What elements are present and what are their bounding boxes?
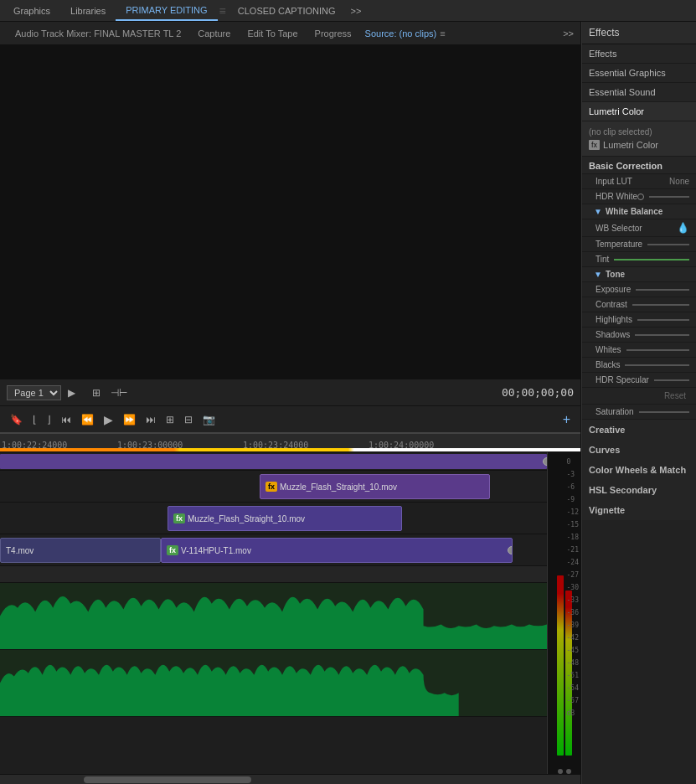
add-button[interactable]: + xyxy=(559,410,574,429)
clip-fx-muzzle-1[interactable]: fx Muzzle_Flash_Straight_10.mov xyxy=(260,474,490,499)
insert-marker-button[interactable]: ⊣⊢ xyxy=(107,385,131,400)
hdr-white-label: HDR White xyxy=(595,192,637,201)
vu-bar-left xyxy=(557,575,564,756)
step-back-button[interactable]: ⏪ xyxy=(78,412,97,427)
nav-graphics[interactable]: Graphics xyxy=(3,0,60,21)
clip-muzzle-2[interactable]: fx Muzzle_Flash_Straight_10.mov xyxy=(168,506,402,531)
page-selector[interactable]: Page 1 xyxy=(7,385,61,400)
basic-correction-header[interactable]: Basic Correction xyxy=(582,157,696,174)
audio-content-1[interactable] xyxy=(0,583,547,649)
nav-libraries[interactable]: Libraries xyxy=(60,0,116,21)
vu-mark-10: -30 xyxy=(567,581,579,594)
track-row-3: fx Muzzle_Flash_Straight_10.mov xyxy=(0,503,547,534)
subnav-capture[interactable]: Capture xyxy=(189,28,239,39)
timeline-scrollbar[interactable] xyxy=(0,774,580,784)
hdr-specular-label: HDR Specular xyxy=(595,375,649,384)
whites-row: Whites xyxy=(582,343,696,358)
wb-selector-row[interactable]: WB Selector 💧 xyxy=(582,219,696,237)
clip-v114[interactable]: fx V-114HPU-T1.mov xyxy=(161,538,513,563)
track-row-5 xyxy=(0,566,547,583)
clip-wide-purple[interactable] xyxy=(0,454,547,469)
vu-mark-4: -12 xyxy=(567,506,579,518)
tone-label: Tone xyxy=(606,270,625,279)
vu-scale: 0 -3 -6 -9 -12 -15 -18 -21 -24 -27 -30 -… xyxy=(567,456,579,720)
sub-nav: Audio Track Mixer: FINAL MASTER TL 2 Cap… xyxy=(0,22,580,45)
effects-btn[interactable]: Effects xyxy=(582,44,696,64)
eyedropper-icon[interactable]: 💧 xyxy=(677,222,689,234)
vu-mark-6: -18 xyxy=(567,531,579,544)
vu-mark-db: dB xyxy=(567,707,579,720)
vu-mark-9: -27 xyxy=(567,569,579,581)
whites-line xyxy=(626,349,689,351)
play-button[interactable]: ▶ xyxy=(101,411,116,428)
curves-label: Curves xyxy=(589,445,620,455)
list-view-button[interactable]: ⊞ xyxy=(89,385,104,400)
creative-header[interactable]: Creative xyxy=(582,420,696,440)
hdr-specular-line xyxy=(654,379,689,381)
timeline-tracks[interactable]: fx Muzzle_Flash_Straight_10.mov fx Muzzl… xyxy=(0,452,547,774)
go-to-out-button[interactable]: ⏭ xyxy=(142,412,159,427)
track-content-3[interactable]: fx Muzzle_Flash_Straight_10.mov xyxy=(0,503,547,534)
lumetri-color-btn[interactable]: Lumetri Color xyxy=(582,102,696,121)
subnav-audio-track-mixer[interactable]: Audio Track Mixer: FINAL MASTER TL 2 xyxy=(7,28,189,39)
go-to-in-button[interactable]: ⏮ xyxy=(58,412,75,427)
color-wheels-header[interactable]: Color Wheels & Match xyxy=(582,460,696,480)
subnav-overflow[interactable]: >> xyxy=(563,28,574,39)
reset-row: Reset xyxy=(582,388,696,405)
white-balance-label: White Balance xyxy=(606,207,662,216)
hdr-white-line xyxy=(649,196,689,198)
clip-t4[interactable]: T4.mov xyxy=(0,538,161,563)
nav-primary-editing[interactable]: PRIMARY EDITING xyxy=(116,0,217,21)
lumetri-color-section: (no clip selected) fx Lumetri Color xyxy=(582,121,696,157)
nav-closed-captioning[interactable]: CLOSED CAPTIONING xyxy=(228,0,346,21)
saturation-line xyxy=(639,411,689,413)
export-frame-button[interactable]: 📷 xyxy=(199,412,219,427)
vu-mark-0: 0 xyxy=(567,456,579,468)
exposure-line xyxy=(636,289,689,291)
audio-track-2 xyxy=(0,650,547,717)
audio-content-2[interactable] xyxy=(0,650,547,716)
track-row-2: fx Muzzle_Flash_Straight_10.mov xyxy=(0,471,547,503)
nav-overflow[interactable]: >> xyxy=(346,6,367,16)
fx-badge-1: fx xyxy=(266,482,277,492)
essential-sound-btn[interactable]: Essential Sound xyxy=(582,83,696,102)
hsl-secondary-header[interactable]: HSL Secondary xyxy=(582,480,696,500)
track-row-4: T4.mov fx V-114HPU-T1.mov xyxy=(0,534,547,566)
subnav-source[interactable]: Source: (no clips) ≡ xyxy=(365,28,446,39)
step-forward-button[interactable]: ⏩ xyxy=(120,412,139,427)
insert-button[interactable]: ⊞ xyxy=(162,412,178,427)
vignette-header[interactable]: Vignette xyxy=(582,500,696,520)
track-content-2[interactable]: fx Muzzle_Flash_Straight_10.mov xyxy=(0,471,547,502)
mark-out-button[interactable]: ⌋ xyxy=(44,412,54,427)
whites-label: Whites xyxy=(595,345,621,354)
tone-header[interactable]: ▼ Tone xyxy=(582,267,696,282)
vu-mark-5: -15 xyxy=(567,518,579,531)
vu-mark-12: -36 xyxy=(567,606,579,619)
subnav-progress[interactable]: Progress xyxy=(307,28,360,39)
contrast-row: Contrast xyxy=(582,297,696,312)
panel-header: Effects xyxy=(582,22,696,44)
vu-mark-11: -33 xyxy=(567,594,579,606)
subnav-edit-to-tape[interactable]: Edit To Tape xyxy=(239,28,306,39)
track-content-1[interactable] xyxy=(0,452,547,470)
vu-mark-16: -48 xyxy=(567,657,579,669)
curves-header[interactable]: Curves xyxy=(582,440,696,460)
bookmark-button[interactable]: 🔖 xyxy=(7,412,26,427)
track-content-4[interactable]: T4.mov fx V-114HPU-T1.mov xyxy=(0,534,547,565)
highlights-row: Highlights xyxy=(582,312,696,328)
mark-in-button[interactable]: ⌊ xyxy=(29,412,40,427)
white-balance-header[interactable]: ▼ White Balance xyxy=(582,204,696,219)
basic-correction-label: Basic Correction xyxy=(589,161,662,171)
vu-mark-1: -3 xyxy=(567,468,579,481)
essential-graphics-btn[interactable]: Essential Graphics xyxy=(582,64,696,83)
right-panel: Effects Effects Essential Graphics Essen… xyxy=(581,22,696,784)
clip-label-2: Muzzle_Flash_Straight_10.mov xyxy=(188,514,305,524)
green-badge-1: fx xyxy=(173,513,185,524)
contrast-line xyxy=(632,304,689,306)
overwrite-button[interactable]: ⊟ xyxy=(181,412,196,427)
saturation-row: Saturation xyxy=(582,405,696,420)
reset-button[interactable]: Reset xyxy=(585,389,693,402)
vignette-label: Vignette xyxy=(589,505,625,515)
page-next-button[interactable]: ▶ xyxy=(64,385,79,400)
scrollbar-thumb[interactable] xyxy=(84,776,251,783)
